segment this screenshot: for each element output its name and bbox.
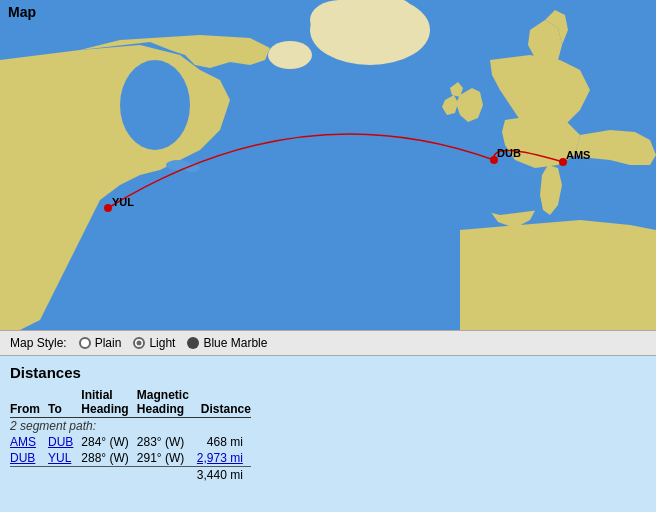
map-section: Map: [0, 0, 656, 330]
magnetic-heading-header: MagneticHeading: [137, 387, 197, 418]
light-radio[interactable]: [133, 337, 145, 349]
plain-label: Plain: [95, 336, 122, 350]
map-style-label: Map Style:: [10, 336, 67, 350]
svg-text:DUB: DUB: [497, 147, 521, 159]
total-distance: 3,440 mi: [197, 467, 251, 484]
to-dub-link[interactable]: DUB: [48, 435, 73, 449]
to-header: To: [48, 387, 81, 418]
from-header: From: [10, 387, 48, 418]
table-row: DUB YUL 288° (W) 291° (W) 2,973 mi: [10, 450, 251, 467]
mag-heading-0: 283°: [137, 435, 162, 449]
from-dub-link[interactable]: DUB: [10, 451, 35, 465]
init-heading-1: 288°: [81, 451, 106, 465]
distance-0: 468 mi: [197, 434, 251, 450]
segment-path-row: 2 segment path:: [10, 418, 251, 435]
distance-1: 2,973 mi: [197, 450, 251, 467]
light-label: Light: [149, 336, 175, 350]
bluemarble-label: Blue Marble: [203, 336, 267, 350]
distance-header: Distance: [197, 387, 251, 418]
svg-point-5: [120, 60, 190, 150]
mag-dir-1: (W): [165, 451, 184, 465]
init-dir-1: (W): [110, 451, 129, 465]
map-style-plain[interactable]: Plain: [79, 336, 122, 350]
map-svg: YUL DUB AMS: [0, 0, 656, 330]
distances-table: From To InitialHeading MagneticHeading D…: [10, 387, 251, 483]
mag-dir-0: (W): [165, 435, 184, 449]
distances-title: Distances: [10, 364, 646, 381]
svg-point-8: [104, 204, 112, 212]
svg-text:YUL: YUL: [112, 196, 134, 208]
map-style-bluemarble[interactable]: Blue Marble: [187, 336, 267, 350]
svg-point-4: [268, 41, 312, 69]
init-heading-0: 284°: [81, 435, 106, 449]
svg-text:AMS: AMS: [566, 149, 590, 161]
plain-radio[interactable]: [79, 337, 91, 349]
total-row: 3,440 mi: [10, 467, 251, 484]
segment-path-label: 2 segment path:: [10, 418, 251, 435]
bluemarble-radio[interactable]: [187, 337, 199, 349]
to-yul-link[interactable]: YUL: [48, 451, 71, 465]
from-ams-link[interactable]: AMS: [10, 435, 36, 449]
initial-heading-header: InitialHeading: [81, 387, 137, 418]
map-style-bar: Map Style: Plain Light Blue Marble: [0, 330, 656, 356]
table-row: AMS DUB 284° (W) 283° (W) 468 mi: [10, 434, 251, 450]
map-title: Map: [8, 4, 36, 20]
distances-section: Distances From To InitialHeading Magneti…: [0, 356, 656, 491]
svg-point-2: [310, 0, 370, 40]
map-style-light[interactable]: Light: [133, 336, 175, 350]
mag-heading-1: 291°: [137, 451, 162, 465]
init-dir-0: (W): [110, 435, 129, 449]
